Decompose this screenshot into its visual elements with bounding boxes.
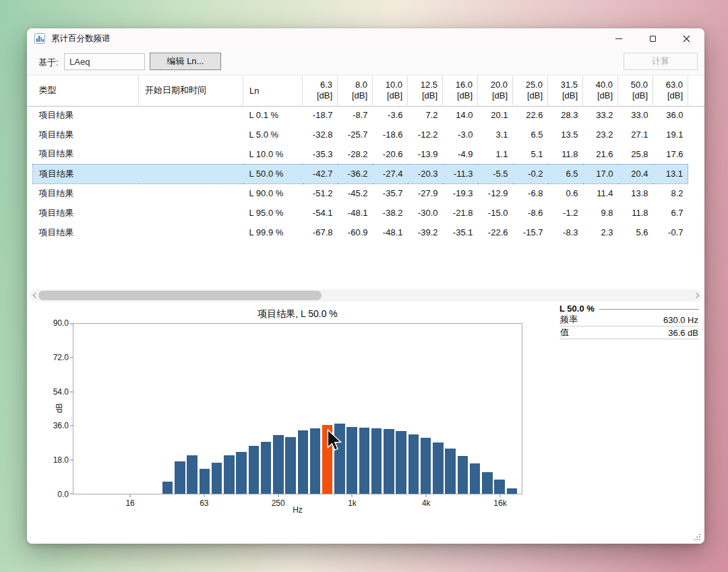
scroll-right-arrow[interactable] (692, 289, 702, 302)
column-header-freq-10_0[interactable]: 10.0[dB] (373, 76, 408, 105)
cell-start-datetime (139, 223, 243, 242)
titlebar[interactable]: 累计百分数频谱 (27, 28, 704, 49)
spectrum-bar[interactable] (175, 461, 185, 494)
cell-value: -8.7 (338, 105, 373, 125)
table-row[interactable]: 项目结果L 10.0 %-35.3-28.2-20.6-13.9-4.91.15… (33, 144, 688, 164)
column-header-freq-25_0[interactable]: 25.0[dB] (513, 76, 548, 105)
cell-start-datetime (139, 203, 243, 223)
cell-value: -5.5 (478, 164, 513, 183)
cell-value: -48.1 (338, 203, 373, 223)
spectrum-bar[interactable] (273, 435, 284, 494)
table-row[interactable]: 项目结果L 50.0 %-42.7-36.2-27.4-20.3-11.3-5.… (33, 164, 688, 183)
column-header-start-datetime[interactable]: 开始日期和时间 (139, 76, 243, 105)
column-header-freq-12_5[interactable]: 12.5[dB] (408, 76, 443, 105)
cell-value: -38.2 (373, 203, 408, 223)
spectrum-bar[interactable] (200, 469, 210, 494)
cell-value: 2.3 (583, 223, 618, 242)
spectrum-bar[interactable] (371, 428, 382, 494)
results-table: 类型开始日期和时间Ln6.3[dB]8.0[dB]10.0[dB]12.5[dB… (32, 76, 688, 242)
spectrum-bar[interactable] (285, 437, 296, 494)
cell-value: 9.8 (583, 203, 618, 223)
column-header-type[interactable]: 类型 (33, 76, 139, 105)
table-row[interactable]: 项目结果L 95.0 %-54.1-48.1-38.2-30.0-21.8-15… (33, 203, 688, 223)
column-header-freq-50_0[interactable]: 50.0[dB] (618, 76, 653, 105)
y-axis-tick-label: 72.0 (53, 353, 69, 362)
close-button[interactable] (669, 28, 703, 49)
spectrum-bar[interactable] (261, 442, 272, 494)
scroll-left-arrow[interactable] (30, 289, 39, 302)
calculate-button[interactable]: 计算 (624, 53, 698, 70)
app-window: 累计百分数频谱 基于: 编辑 Ln... 计算 (27, 28, 704, 544)
cell-value: 14.0 (443, 105, 478, 125)
cell-value: -27.4 (373, 164, 408, 183)
cell-value: -30.0 (408, 203, 443, 223)
cell-value: -32.8 (303, 125, 338, 144)
column-header-freq-8_0[interactable]: 8.0[dB] (338, 76, 373, 105)
cell-value: -54.1 (303, 203, 338, 223)
spectrum-bar[interactable] (249, 446, 260, 494)
cell-type: 项目结果 (33, 223, 139, 242)
plot-area (73, 323, 522, 494)
spectrum-bar[interactable] (433, 442, 444, 494)
cell-value: 6.5 (513, 125, 548, 144)
spectrum-bar[interactable] (445, 449, 456, 494)
scrollbar-thumb[interactable] (38, 291, 322, 300)
spectrum-bar[interactable] (458, 456, 468, 494)
cell-value: -39.2 (408, 223, 443, 242)
spectrum-bar[interactable] (346, 427, 357, 494)
column-header-freq-6_3[interactable]: 6.3[dB] (303, 76, 338, 105)
horizontal-scrollbar[interactable] (30, 289, 702, 302)
column-header-freq-63_0[interactable]: 63.0[dB] (653, 76, 688, 105)
cell-value: 6.5 (548, 164, 583, 183)
spectrum-bar[interactable] (494, 480, 505, 494)
y-axis-tick-label: 90.0 (53, 318, 69, 328)
edit-ln-button[interactable]: 编辑 Ln... (150, 53, 221, 70)
cell-value: -28.2 (338, 144, 373, 164)
spectrum-bar[interactable] (470, 463, 481, 494)
spectrum-bar[interactable] (396, 431, 406, 494)
minimize-button[interactable] (602, 28, 636, 49)
cell-value: 8.2 (653, 183, 688, 203)
spectrum-bar[interactable] (187, 455, 198, 494)
cell-value: 7.2 (408, 105, 443, 125)
cell-value: 0.6 (548, 183, 583, 203)
results-table-area: 类型开始日期和时间Ln6.3[dB]8.0[dB]10.0[dB]12.5[dB… (27, 75, 704, 291)
table-row[interactable]: 项目结果L 0.1 %-18.7-8.7-3.67.214.020.122.62… (33, 105, 688, 125)
spectrum-bar[interactable] (224, 455, 235, 494)
spectrum-bar[interactable] (162, 482, 173, 494)
table-row[interactable]: 项目结果L 99.9 %-67.8-60.9-48.1-39.2-35.1-22… (33, 223, 688, 242)
table-row[interactable]: 项目结果L 5.0 %-32.8-25.7-18.6-12.2-3.03.16.… (33, 125, 688, 144)
spectrum-bar[interactable] (408, 434, 419, 494)
spectrum-bar[interactable] (359, 428, 370, 494)
chevron-left-icon (32, 293, 38, 298)
cell-value: -67.8 (303, 223, 338, 242)
cell-value: 36.0 (653, 105, 688, 125)
spectrum-bar[interactable] (482, 472, 493, 494)
spectrum-bar[interactable] (384, 429, 394, 494)
cell-value: -15.0 (478, 203, 513, 223)
y-axis-tick-label: 0.0 (57, 490, 69, 499)
spectrum-bar[interactable] (212, 463, 222, 494)
column-header-freq-31_5[interactable]: 31.5[dB] (548, 76, 583, 105)
cell-ln: L 5.0 % (243, 125, 303, 144)
cursor-info-panel: L 50.0 % 频率630.0 Hz值36.6 dB (559, 304, 699, 339)
y-axis-tick (70, 358, 73, 358)
cell-value: -4.9 (443, 144, 478, 164)
column-header-freq-16_0[interactable]: 16.0[dB] (443, 76, 478, 105)
spectrum-bar[interactable] (310, 428, 321, 494)
table-row[interactable]: 项目结果L 90.0 %-51.2-45.2-35.7-27.9-19.3-12… (33, 183, 688, 203)
window-controls (602, 28, 704, 49)
resize-grip[interactable] (693, 533, 701, 541)
column-header-freq-40_0[interactable]: 40.0[dB] (583, 76, 618, 105)
spectrum-bar[interactable] (507, 488, 518, 494)
spectrum-bar[interactable] (298, 430, 309, 494)
y-axis-tick (70, 391, 73, 392)
column-header-ln[interactable]: Ln (243, 76, 303, 105)
spectrum-bar[interactable] (421, 438, 431, 494)
spectrum-bar[interactable] (236, 452, 247, 494)
info-row: 频率630.0 Hz (559, 314, 699, 326)
column-header-freq-20_0[interactable]: 20.0[dB] (478, 76, 513, 105)
y-axis-tick-label: 18.0 (53, 455, 69, 465)
based-on-input[interactable] (64, 53, 145, 70)
maximize-button[interactable] (636, 28, 669, 49)
